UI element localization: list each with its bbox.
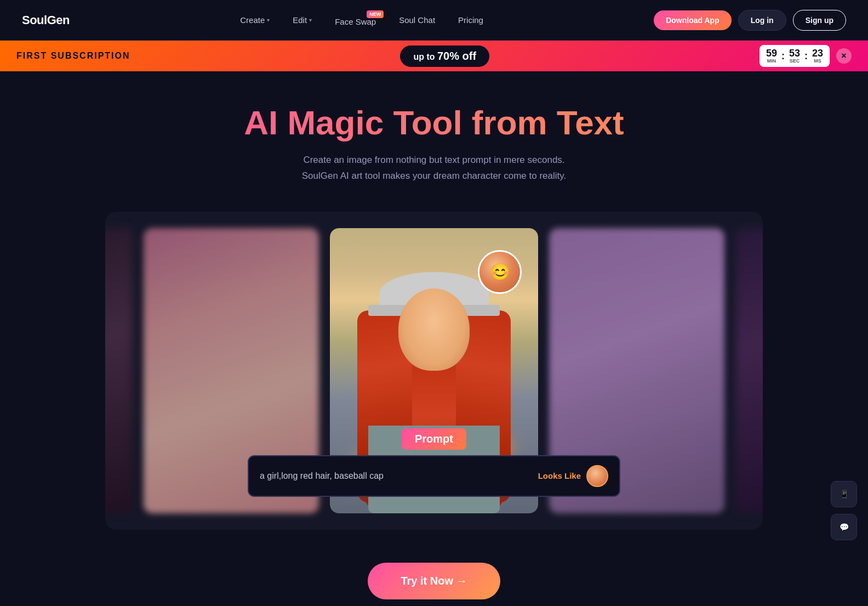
prompt-face-thumbnail bbox=[586, 465, 608, 487]
prompt-input-row[interactable]: a girl,long red hair, baseball cap Looks… bbox=[248, 455, 620, 497]
nav-actions: Download App Log in Sign up bbox=[654, 10, 846, 31]
nav-create-arrow: ▾ bbox=[267, 17, 270, 23]
prompt-label: Prompt bbox=[402, 428, 466, 450]
hero-section: AI Magic Tool from Text Create an image … bbox=[0, 71, 868, 201]
face-swap-new-badge: NEW bbox=[367, 10, 384, 18]
face-reference-circle: 😊 bbox=[478, 250, 522, 294]
looks-like-label: Looks Like bbox=[538, 471, 581, 480]
app-floating-button[interactable]: 📱 bbox=[831, 481, 857, 507]
hero-subtitle-2: SoulGen AI art tool makes your dream cha… bbox=[22, 168, 846, 184]
app-icon: 📱 bbox=[840, 490, 849, 499]
demo-image-far-left bbox=[105, 228, 133, 513]
prompt-overlay: Prompt a girl,long red hair, baseball ca… bbox=[248, 428, 620, 497]
nav-pricing[interactable]: Pricing bbox=[449, 11, 492, 29]
nav-face-swap-label: Face Swap bbox=[335, 17, 376, 26]
timer-sec-value: 53 bbox=[789, 48, 800, 58]
timer-ms-value: 23 bbox=[812, 48, 823, 58]
download-app-button[interactable]: Download App bbox=[654, 10, 731, 30]
timer-minutes: 59 Min bbox=[766, 48, 777, 64]
nav-edit[interactable]: Edit ▾ bbox=[284, 11, 321, 29]
promo-text: FIRST SUBSCRIPTION bbox=[16, 51, 130, 61]
nav-create[interactable]: Create ▾ bbox=[231, 11, 278, 29]
signup-button[interactable]: Sign up bbox=[793, 10, 846, 31]
nav-create-label: Create bbox=[240, 15, 265, 25]
face-reference-inner: 😊 bbox=[479, 252, 520, 292]
chat-icon: 💬 bbox=[840, 523, 849, 531]
nav-links: Create ▾ Edit ▾ Face Swap NEW Soul Chat … bbox=[231, 9, 492, 31]
promo-right: 59 Min : 53 Sec : 23 MS × bbox=[760, 45, 852, 67]
side-floating-buttons: 📱 💬 bbox=[831, 481, 857, 540]
timer-seconds: 53 Sec bbox=[789, 48, 800, 64]
demo-container: 😊 Prompt a girl,long red hair, baseball … bbox=[105, 212, 763, 530]
nav-soul-chat-label: Soul Chat bbox=[399, 15, 435, 25]
promo-close-button[interactable]: × bbox=[836, 48, 852, 64]
login-button[interactable]: Log in bbox=[738, 10, 786, 31]
nav-edit-arrow: ▾ bbox=[309, 17, 312, 23]
timer-ms-label: MS bbox=[814, 58, 821, 64]
promo-timer: 59 Min : 53 Sec : 23 MS bbox=[760, 45, 830, 67]
timer-min-value: 59 bbox=[766, 48, 777, 58]
timer-sec-label: Sec bbox=[790, 58, 800, 64]
hero-subtitle-1: Create an image from nothing but text pr… bbox=[22, 152, 846, 168]
timer-ms: 23 MS bbox=[812, 48, 823, 64]
promo-discount-text: up to 70% off bbox=[413, 50, 476, 63]
nav-face-swap[interactable]: Face Swap NEW bbox=[326, 9, 385, 31]
nav-pricing-label: Pricing bbox=[458, 15, 483, 25]
cta-section: Try it Now → bbox=[0, 541, 868, 606]
navbar: SoulGen Create ▾ Edit ▾ Face Swap NEW So… bbox=[0, 0, 868, 41]
demo-image-far-right bbox=[735, 228, 763, 513]
timer-sep-1: : bbox=[781, 50, 785, 62]
timer-sep-2: : bbox=[804, 50, 808, 62]
brand-logo: SoulGen bbox=[22, 13, 70, 27]
nav-edit-label: Edit bbox=[293, 15, 307, 25]
hero-title: AI Magic Tool from Text bbox=[22, 104, 846, 141]
promo-discount[interactable]: up to 70% off bbox=[400, 46, 489, 67]
try-it-now-button[interactable]: Try it Now → bbox=[368, 563, 500, 599]
chat-floating-button[interactable]: 💬 bbox=[831, 514, 857, 540]
timer-min-label: Min bbox=[767, 58, 776, 64]
prompt-looks-like[interactable]: Looks Like bbox=[538, 465, 608, 487]
nav-soul-chat[interactable]: Soul Chat bbox=[390, 11, 444, 29]
prompt-input-text: a girl,long red hair, baseball cap bbox=[260, 471, 384, 481]
promo-banner: FIRST SUBSCRIPTION up to 70% off 59 Min … bbox=[0, 41, 868, 71]
